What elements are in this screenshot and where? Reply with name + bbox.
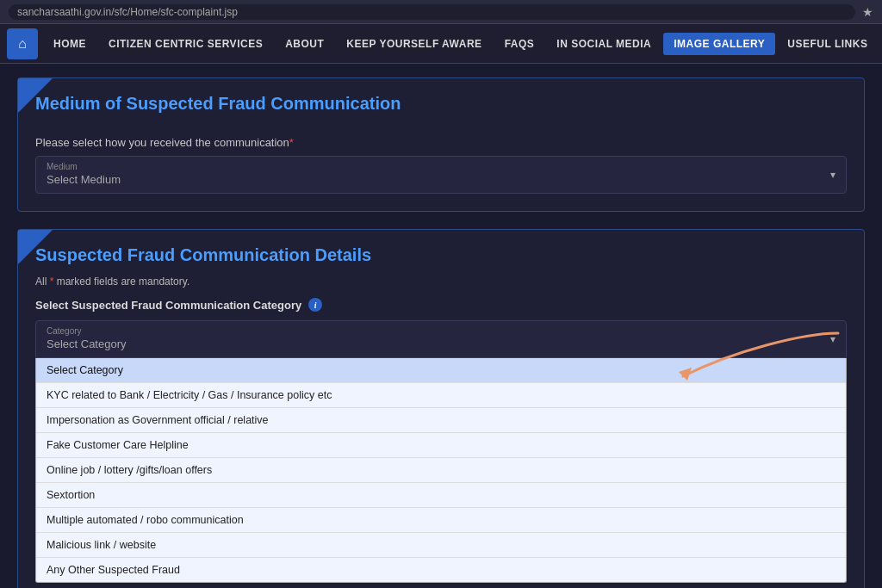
mandatory-note: All * marked fields are mandatory.	[35, 275, 847, 288]
nav-item-home[interactable]: Home	[43, 33, 96, 55]
nav-item-citizen[interactable]: Citizen Centric Services	[98, 33, 273, 55]
fraud-details-section-header: Suspected Fraud Communication Details Al…	[18, 230, 864, 588]
category-select-label: Category	[36, 321, 846, 336]
bookmark-icon[interactable]: ★	[862, 5, 873, 19]
medium-section-card: Medium of Suspected Fraud Communication …	[17, 77, 865, 212]
medium-chevron-down-icon: ▾	[830, 169, 835, 181]
dropdown-option-6[interactable]: Multiple automated / robo communication	[36, 508, 846, 533]
dropdown-option-7[interactable]: Malicious link / website	[36, 533, 846, 558]
dropdown-option-2[interactable]: Impersonation as Government official / r…	[36, 408, 846, 433]
nav-item-social[interactable]: In Social Media	[546, 33, 662, 55]
category-label-row: Select Suspected Fraud Communication Cat…	[35, 298, 847, 312]
dropdown-option-5[interactable]: Sextortion	[36, 483, 846, 508]
dropdown-option-1[interactable]: KYC related to Bank / Electricity / Gas …	[36, 383, 846, 408]
dropdown-option-4[interactable]: Online job / lottery /gifts/loan offers	[36, 458, 846, 483]
navbar: ⌂ Home Citizen Centric Services About Ke…	[0, 24, 882, 64]
nav-item-links[interactable]: Useful Links	[777, 33, 878, 55]
category-label-text: Select Suspected Fraud Communication Cat…	[35, 299, 301, 312]
category-dropdown-menu: Select Category KYC related to Bank / El…	[35, 358, 847, 583]
medium-select-label: Medium	[36, 157, 846, 171]
url-bar[interactable]: sancharsaathi.gov.in/sfc/Home/sfc-compla…	[9, 4, 855, 20]
main-content: Medium of Suspected Fraud Communication …	[0, 64, 882, 588]
address-bar: sancharsaathi.gov.in/sfc/Home/sfc-compla…	[0, 0, 882, 24]
dropdown-option-0[interactable]: Select Category	[36, 358, 846, 383]
medium-section-title: Medium of Suspected Fraud Communication	[35, 94, 847, 114]
dropdown-option-3[interactable]: Fake Customer Care Helpline	[36, 433, 846, 458]
category-chevron-down-icon: ▾	[830, 333, 835, 345]
info-icon[interactable]: i	[308, 298, 322, 312]
home-nav-icon[interactable]: ⌂	[7, 28, 38, 59]
medium-field-label: Please select how you received the commu…	[35, 136, 847, 149]
nav-item-about[interactable]: About	[275, 33, 334, 55]
medium-select-value: Select Medium	[36, 171, 846, 193]
fraud-details-section-title: Suspected Fraud Communication Details	[35, 245, 847, 265]
nav-item-aware[interactable]: Keep Yourself Aware	[336, 33, 492, 55]
category-select[interactable]: Category Select Category ▾	[35, 320, 847, 358]
nav-item-faqs[interactable]: FAQs	[494, 33, 545, 55]
medium-section-header: Medium of Suspected Fraud Communication	[18, 78, 864, 136]
medium-section-body: Please select how you received the commu…	[18, 136, 864, 211]
nav-item-gallery[interactable]: Image Gallery	[663, 33, 775, 55]
category-dropdown-container: Category Select Category ▾ Select Catego…	[35, 320, 847, 583]
medium-select[interactable]: Medium Select Medium ▾	[35, 156, 847, 194]
required-star-note: *	[50, 275, 54, 288]
category-select-value: Select Category	[36, 336, 846, 357]
required-star-medium: *	[289, 136, 294, 149]
fraud-details-section-card: Suspected Fraud Communication Details Al…	[17, 229, 865, 588]
dropdown-option-8[interactable]: Any Other Suspected Fraud	[36, 558, 846, 582]
